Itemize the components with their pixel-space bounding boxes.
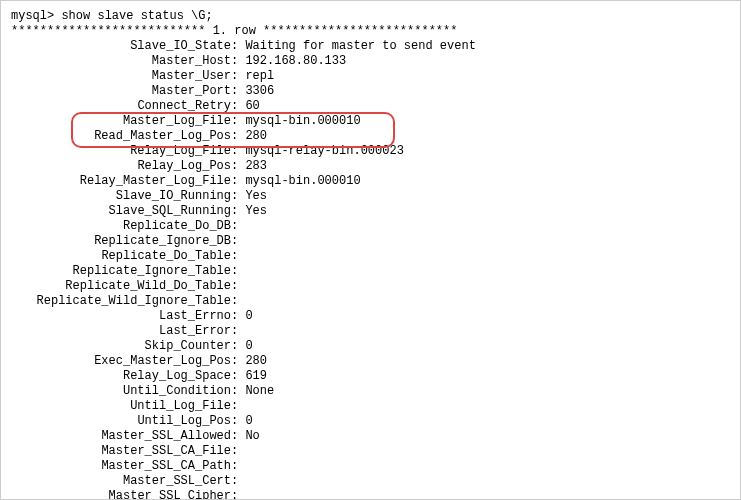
field-colon: : [231, 84, 245, 98]
field-colon: : [231, 129, 245, 143]
field-label: Master_Log_File [11, 114, 231, 129]
field-colon: : [231, 489, 245, 500]
field-value: 3306 [245, 84, 274, 98]
field-colon: : [231, 414, 245, 428]
field-colon: : [231, 39, 245, 53]
field-colon: : [231, 294, 245, 308]
field-row: Master_SSL_CA_Path: [11, 459, 730, 474]
field-label: Replicate_Ignore_DB [11, 234, 231, 249]
field-label: Skip_Counter [11, 339, 231, 354]
field-colon: : [231, 459, 245, 473]
field-label: Replicate_Do_DB [11, 219, 231, 234]
field-row: Skip_Counter: 0 [11, 339, 730, 354]
field-row: Slave_IO_State: Waiting for master to se… [11, 39, 730, 54]
field-row: Relay_Log_Space: 619 [11, 369, 730, 384]
field-value: mysql-relay-bin.000023 [245, 144, 403, 158]
field-colon: : [231, 339, 245, 353]
field-value: 619 [245, 369, 267, 383]
field-label: Relay_Log_File [11, 144, 231, 159]
field-colon: : [231, 174, 245, 188]
command-line: mysql> show slave status \G; [11, 9, 730, 24]
field-label: Until_Condition [11, 384, 231, 399]
field-colon: : [231, 189, 245, 203]
field-colon: : [231, 429, 245, 443]
field-row: Replicate_Do_Table: [11, 249, 730, 264]
field-colon: : [231, 324, 245, 338]
field-value: 192.168.80.133 [245, 54, 346, 68]
field-colon: : [231, 369, 245, 383]
field-row: Replicate_Wild_Do_Table: [11, 279, 730, 294]
field-label: Relay_Log_Pos [11, 159, 231, 174]
field-value: 60 [245, 99, 259, 113]
field-label: Slave_SQL_Running [11, 204, 231, 219]
field-label: Replicate_Do_Table [11, 249, 231, 264]
field-colon: : [231, 144, 245, 158]
field-value: repl [245, 69, 274, 83]
field-label: Until_Log_Pos [11, 414, 231, 429]
field-row: Master_User: repl [11, 69, 730, 84]
field-row: Read_Master_Log_Pos: 280 [11, 129, 730, 144]
field-label: Master_SSL_CA_Path [11, 459, 231, 474]
field-row: Until_Log_File: [11, 399, 730, 414]
field-row: Master_SSL_Cipher: [11, 489, 730, 500]
field-colon: : [231, 234, 245, 248]
field-colon: : [231, 399, 245, 413]
field-colon: : [231, 384, 245, 398]
field-label: Slave_IO_State [11, 39, 231, 54]
field-label: Master_SSL_Cert [11, 474, 231, 489]
field-label: Master_User [11, 69, 231, 84]
field-colon: : [231, 69, 245, 83]
field-label: Master_SSL_Allowed [11, 429, 231, 444]
field-row: Replicate_Do_DB: [11, 219, 730, 234]
field-label: Read_Master_Log_Pos [11, 129, 231, 144]
field-label: Replicate_Wild_Ignore_Table [11, 294, 231, 309]
field-value: 0 [245, 414, 252, 428]
field-label: Connect_Retry [11, 99, 231, 114]
field-label: Master_SSL_Cipher [11, 489, 231, 500]
field-colon: : [231, 264, 245, 278]
field-label: Until_Log_File [11, 399, 231, 414]
field-colon: : [231, 204, 245, 218]
field-colon: : [231, 99, 245, 113]
field-label: Last_Error [11, 324, 231, 339]
field-row: Master_Host: 192.168.80.133 [11, 54, 730, 69]
field-value: 280 [245, 129, 267, 143]
field-row: Until_Condition: None [11, 384, 730, 399]
command-text: show slave status \G; [61, 9, 212, 23]
field-row: Last_Errno: 0 [11, 309, 730, 324]
field-row: Replicate_Ignore_DB: [11, 234, 730, 249]
field-row: Master_SSL_CA_File: [11, 444, 730, 459]
field-label: Master_Host [11, 54, 231, 69]
field-label: Replicate_Ignore_Table [11, 264, 231, 279]
field-value: mysql-bin.000010 [245, 114, 360, 128]
field-value: 283 [245, 159, 267, 173]
field-label: Relay_Master_Log_File [11, 174, 231, 189]
field-value: Yes [245, 204, 267, 218]
field-colon: : [231, 279, 245, 293]
field-row: Master_SSL_Cert: [11, 474, 730, 489]
field-row: Connect_Retry: 60 [11, 99, 730, 114]
field-value: mysql-bin.000010 [245, 174, 360, 188]
field-colon: : [231, 54, 245, 68]
field-row: Master_Log_File: mysql-bin.000010 [11, 114, 730, 129]
field-row: Slave_SQL_Running: Yes [11, 204, 730, 219]
field-row: Replicate_Wild_Ignore_Table: [11, 294, 730, 309]
field-label: Replicate_Wild_Do_Table [11, 279, 231, 294]
field-colon: : [231, 354, 245, 368]
field-row: Relay_Log_Pos: 283 [11, 159, 730, 174]
field-value: Yes [245, 189, 267, 203]
field-row: Last_Error: [11, 324, 730, 339]
prompt: mysql> [11, 9, 61, 23]
field-row: Master_Port: 3306 [11, 84, 730, 99]
field-row: Exec_Master_Log_Pos: 280 [11, 354, 730, 369]
field-colon: : [231, 444, 245, 458]
field-colon: : [231, 219, 245, 233]
field-value: No [245, 429, 259, 443]
field-colon: : [231, 114, 245, 128]
field-row: Master_SSL_Allowed: No [11, 429, 730, 444]
field-row: Relay_Master_Log_File: mysql-bin.000010 [11, 174, 730, 189]
field-colon: : [231, 249, 245, 263]
field-row: Relay_Log_File: mysql-relay-bin.000023 [11, 144, 730, 159]
field-label: Last_Errno [11, 309, 231, 324]
field-value: 0 [245, 339, 252, 353]
